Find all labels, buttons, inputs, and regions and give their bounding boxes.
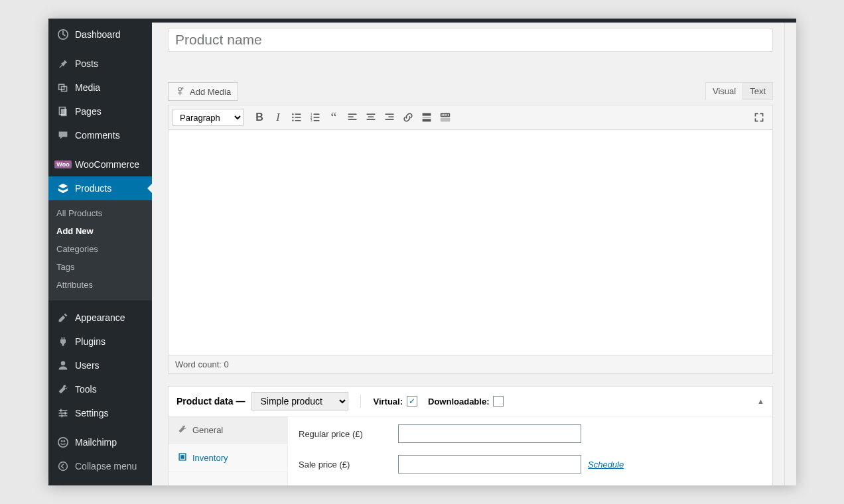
downloadable-checkbox[interactable] — [493, 396, 504, 407]
svg-point-13 — [61, 440, 63, 442]
svg-text:3: 3 — [311, 119, 313, 122]
add-media-label: Add Media — [190, 87, 231, 97]
sidebar-item-label: WooCommerce — [75, 159, 139, 170]
svg-rect-39 — [423, 117, 431, 118]
sidebar-item-label: Plugins — [75, 336, 106, 347]
svg-point-19 — [292, 117, 293, 118]
svg-rect-7 — [59, 412, 68, 414]
sidebar-item-media[interactable]: Media — [48, 76, 152, 99]
users-icon — [56, 359, 70, 372]
wrench-icon — [178, 424, 187, 436]
schedule-link[interactable]: Schedule — [588, 460, 624, 470]
sidebar-item-plugins[interactable]: Plugins — [48, 330, 152, 353]
svg-point-17 — [292, 113, 293, 115]
media-icon — [175, 86, 186, 98]
svg-rect-33 — [368, 116, 374, 117]
align-left-button[interactable] — [343, 108, 362, 127]
svg-rect-4 — [61, 109, 67, 116]
svg-point-16 — [178, 88, 182, 91]
sidebar-item-label: Posts — [75, 58, 98, 69]
virtual-checkbox[interactable]: ✓ — [407, 396, 417, 407]
format-select[interactable]: Paragraph — [173, 109, 244, 126]
readmore-button[interactable] — [417, 108, 436, 127]
svg-rect-44 — [445, 114, 446, 115]
collapse-menu[interactable]: Collapse menu — [48, 454, 152, 478]
sidebar-item-dashboard[interactable]: Dashboard — [48, 23, 152, 46]
tab-text[interactable]: Text — [743, 82, 773, 100]
svg-point-14 — [63, 440, 65, 442]
sidebar-item-woocommerce[interactable]: Woo WooCommerce — [48, 153, 152, 176]
svg-rect-30 — [348, 116, 354, 117]
svg-rect-36 — [388, 116, 393, 117]
submenu-categories[interactable]: Categories — [48, 240, 152, 258]
sidebar-item-label: Dashboard — [75, 29, 121, 40]
mailchimp-icon — [56, 436, 70, 449]
editor-content[interactable] — [168, 130, 773, 355]
product-title-input[interactable] — [168, 28, 773, 52]
svg-rect-6 — [59, 410, 68, 411]
svg-rect-40 — [423, 119, 431, 121]
svg-rect-9 — [60, 409, 62, 412]
numbered-list-button[interactable]: 123 — [306, 108, 324, 127]
svg-rect-18 — [295, 113, 301, 115]
svg-point-21 — [292, 120, 293, 121]
sidebar-item-mailchimp[interactable]: Mailchimp — [48, 430, 152, 454]
product-tab-inventory[interactable]: Inventory — [169, 444, 287, 472]
sidebar-item-users[interactable]: Users — [48, 353, 152, 377]
svg-rect-31 — [348, 119, 357, 120]
right-sidebar-clip — [784, 23, 796, 485]
svg-rect-11 — [62, 414, 63, 418]
sidebar-item-settings[interactable]: Settings — [48, 401, 152, 425]
svg-rect-46 — [448, 114, 449, 115]
svg-rect-45 — [447, 114, 448, 115]
woo-icon: Woo — [56, 158, 70, 171]
align-right-button[interactable] — [380, 108, 399, 127]
regular-price-label: Regular price (£) — [299, 429, 398, 439]
product-tab-general[interactable]: General — [169, 416, 287, 444]
sidebar-item-appearance[interactable]: Appearance — [48, 306, 152, 330]
submenu-attributes[interactable]: Attributes — [48, 276, 152, 294]
svg-rect-8 — [59, 415, 68, 416]
panel-toggle-icon[interactable]: ▲ — [757, 397, 764, 405]
svg-rect-32 — [367, 113, 376, 115]
bold-button[interactable]: B — [250, 108, 269, 127]
add-media-button[interactable]: Add Media — [168, 82, 238, 101]
sale-price-input[interactable] — [398, 455, 581, 473]
dashboard-icon — [56, 28, 70, 41]
sidebar-item-comments[interactable]: Comments — [48, 123, 152, 147]
inventory-icon — [178, 452, 187, 464]
sidebar-item-label: Settings — [75, 408, 109, 418]
sidebar-item-pages[interactable]: Pages — [48, 99, 152, 123]
products-icon — [56, 182, 70, 195]
svg-rect-37 — [386, 119, 394, 120]
svg-rect-43 — [443, 114, 445, 115]
sale-price-label: Sale price (£) — [299, 460, 398, 470]
products-submenu: All Products Add New Categories Tags Att… — [48, 200, 152, 300]
product-type-select[interactable]: Simple product — [251, 392, 348, 410]
svg-rect-28 — [314, 120, 320, 121]
regular-price-input[interactable] — [398, 424, 581, 443]
sidebar-item-tools[interactable]: Tools — [48, 377, 152, 401]
align-center-button[interactable] — [362, 108, 380, 127]
collapse-label: Collapse menu — [75, 461, 137, 472]
editor-toolbar: Paragraph B I 123 “ — [168, 105, 773, 130]
submenu-all-products[interactable]: All Products — [48, 204, 152, 222]
tab-visual[interactable]: Visual — [705, 82, 743, 100]
sidebar-item-label: Products — [75, 183, 111, 194]
virtual-label: Virtual: — [373, 397, 403, 407]
sidebar-item-label: Mailchimp — [75, 437, 117, 448]
blockquote-button[interactable]: “ — [324, 108, 343, 127]
admin-sidebar: Dashboard Posts Media Pages Comments Woo… — [48, 23, 152, 485]
submenu-add-new[interactable]: Add New — [48, 222, 152, 240]
sidebar-item-products[interactable]: Products — [48, 176, 152, 200]
sidebar-item-label: Tools — [75, 384, 97, 395]
submenu-tags[interactable]: Tags — [48, 258, 152, 276]
svg-point-15 — [59, 462, 68, 471]
link-button[interactable] — [399, 108, 417, 127]
sidebar-item-posts[interactable]: Posts — [48, 52, 152, 76]
toolbar-toggle-button[interactable] — [436, 108, 455, 127]
italic-button[interactable]: I — [269, 108, 287, 127]
tools-icon — [56, 383, 70, 396]
bullet-list-button[interactable] — [287, 108, 306, 127]
fullscreen-button[interactable] — [750, 108, 768, 127]
